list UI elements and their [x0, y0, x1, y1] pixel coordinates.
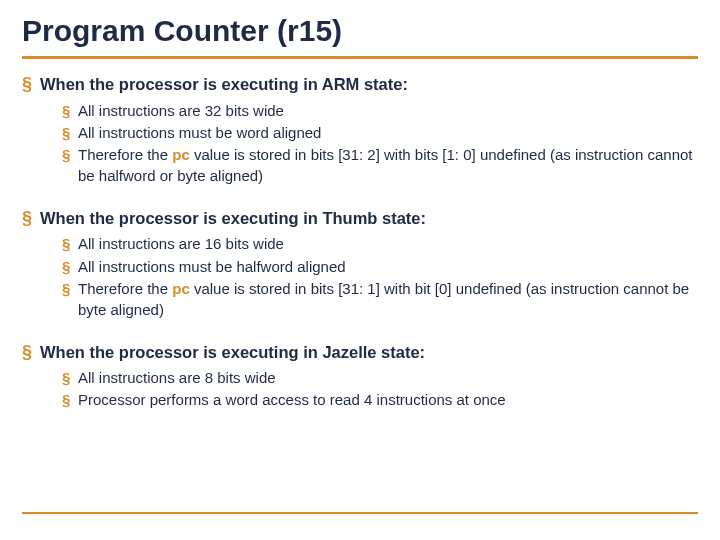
section-bullet-icon: § — [22, 74, 40, 96]
slide-body: §When the processor is executing in ARM … — [22, 73, 698, 411]
section: §When the processor is executing in Jaze… — [22, 341, 698, 411]
subitem-bullet-icon: § — [62, 122, 78, 143]
section-heading-row: §When the processor is executing in Thum… — [22, 207, 698, 230]
subitem-bullet-icon: § — [62, 367, 78, 388]
text-pre: All instructions must be word aligned — [78, 124, 321, 141]
section-heading-row: §When the processor is executing in Jaze… — [22, 341, 698, 364]
text-pre: Processor performs a word access to read… — [78, 391, 506, 408]
section-bullet-icon: § — [22, 208, 40, 230]
text-pre: All instructions are 16 bits wide — [78, 235, 284, 252]
list-item-text: All instructions must be word aligned — [78, 122, 321, 143]
list-item-text: All instructions are 32 bits wide — [78, 100, 284, 121]
list-item-text: All instructions are 16 bits wide — [78, 233, 284, 254]
list-item-text: All instructions must be halfword aligne… — [78, 256, 346, 277]
subitems: §All instructions are 16 bits wide§All i… — [62, 233, 698, 320]
list-item: §Processor performs a word access to rea… — [62, 389, 698, 410]
title-rule — [22, 56, 698, 59]
text-pre: Therefore the — [78, 280, 172, 297]
list-item: §All instructions are 32 bits wide — [62, 100, 698, 121]
section: §When the processor is executing in ARM … — [22, 73, 698, 187]
slide: Program Counter (r15) §When the processo… — [0, 0, 720, 540]
text-pre: All instructions are 8 bits wide — [78, 369, 276, 386]
keyword: pc — [172, 146, 190, 163]
subitem-bullet-icon: § — [62, 278, 78, 299]
section-bullet-icon: § — [22, 342, 40, 364]
subitem-bullet-icon: § — [62, 256, 78, 277]
subitem-bullet-icon: § — [62, 144, 78, 165]
text-pre: All instructions must be halfword aligne… — [78, 258, 346, 275]
list-item-text: Therefore the pc value is stored in bits… — [78, 278, 698, 321]
subitem-bullet-icon: § — [62, 233, 78, 254]
list-item-text: All instructions are 8 bits wide — [78, 367, 276, 388]
list-item: §Therefore the pc value is stored in bit… — [62, 278, 698, 321]
list-item-text: Processor performs a word access to read… — [78, 389, 506, 410]
section-heading: When the processor is executing in ARM s… — [40, 73, 408, 95]
section-heading: When the processor is executing in Jazel… — [40, 341, 425, 363]
subitem-bullet-icon: § — [62, 389, 78, 410]
list-item-text: Therefore the pc value is stored in bits… — [78, 144, 698, 187]
subitems: §All instructions are 8 bits wide§Proces… — [62, 367, 698, 411]
list-item: §All instructions are 16 bits wide — [62, 233, 698, 254]
subitems: §All instructions are 32 bits wide§All i… — [62, 100, 698, 187]
section-heading: When the processor is executing in Thumb… — [40, 207, 426, 229]
section-heading-row: §When the processor is executing in ARM … — [22, 73, 698, 96]
subitem-bullet-icon: § — [62, 100, 78, 121]
list-item: §All instructions must be word aligned — [62, 122, 698, 143]
text-pre: All instructions are 32 bits wide — [78, 102, 284, 119]
text-pre: Therefore the — [78, 146, 172, 163]
list-item: §All instructions are 8 bits wide — [62, 367, 698, 388]
list-item: §All instructions must be halfword align… — [62, 256, 698, 277]
list-item: §Therefore the pc value is stored in bit… — [62, 144, 698, 187]
page-title: Program Counter (r15) — [22, 14, 698, 48]
keyword: pc — [172, 280, 190, 297]
section: §When the processor is executing in Thum… — [22, 207, 698, 321]
footer-rule — [22, 512, 698, 514]
